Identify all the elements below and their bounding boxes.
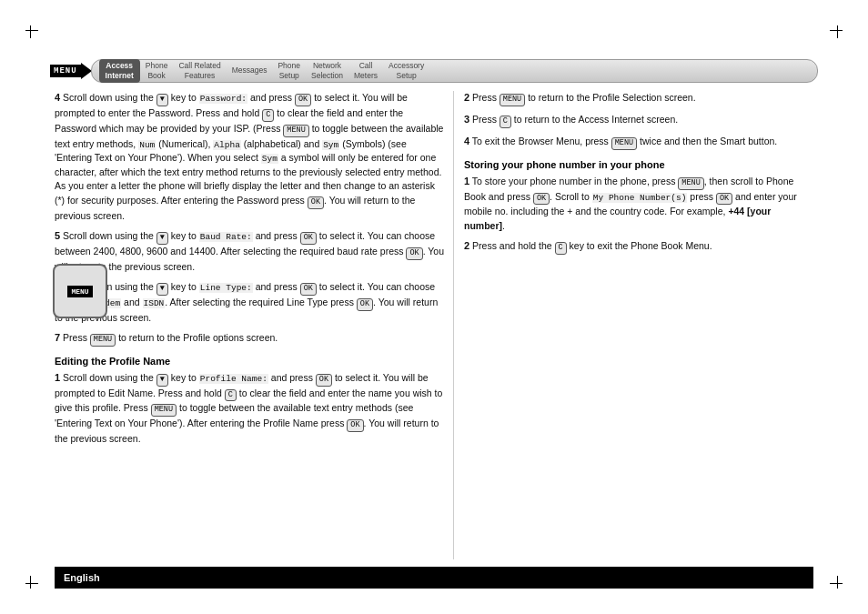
right-section-step-num-1: 1 xyxy=(464,176,469,186)
right-step-3: 3 Press C to return to the Access Intern… xyxy=(464,113,813,128)
linetype-label: Line Type: xyxy=(199,283,253,293)
section-step-num-1: 1 xyxy=(55,372,60,383)
c-btn-4: C xyxy=(262,109,274,122)
left-step-5: 5 Scroll down using the ▼ key to Baud Ra… xyxy=(55,229,446,274)
nav-tab-messages[interactable]: Messages xyxy=(227,65,273,76)
menu-badge: MENU xyxy=(50,65,81,77)
alpha-label: Alpha xyxy=(213,140,241,150)
sym-label: Sym xyxy=(322,140,339,150)
key-icon-s1: ▼ xyxy=(156,374,168,387)
menu-btn-7: MENU xyxy=(90,334,116,347)
ok-btn-4b: OK xyxy=(308,196,324,209)
profilename-label: Profile Name: xyxy=(199,374,268,384)
footer-bar: English xyxy=(55,567,813,589)
nav-tab-accessory-setup[interactable]: AccessorySetup xyxy=(383,60,429,82)
nav-pill: AccessInternet PhoneBook Call RelatedFea… xyxy=(91,59,818,83)
left-step-6: 6 Scroll down using the ▼ key to Line Ty… xyxy=(55,280,446,325)
menu-btn-s1: MENU xyxy=(151,404,177,417)
nav-tab-call-related[interactable]: Call RelatedFeatures xyxy=(173,60,226,82)
example-number: +44 [your number] xyxy=(464,206,771,230)
column-divider xyxy=(453,91,454,559)
nav-tab-phone-setup[interactable]: PhoneSetup xyxy=(272,60,306,82)
ok-btn-5b: OK xyxy=(406,247,422,260)
ok-btn-rs1b: OK xyxy=(716,193,732,206)
right-step-num-3: 3 xyxy=(464,114,469,125)
right-section-step-num-2: 2 xyxy=(464,240,469,251)
password-label: Password: xyxy=(199,94,247,104)
sym-label2: Sym xyxy=(261,154,278,164)
menu-arrow-icon xyxy=(81,63,92,79)
nav-tab-call-meters[interactable]: CallMeters xyxy=(348,60,383,82)
num-label: Num xyxy=(138,140,156,150)
isdn-label: ISDN xyxy=(143,298,166,308)
footer-language: English xyxy=(64,572,100,583)
ok-btn-rs1a: OK xyxy=(533,193,550,206)
right-step-num-4: 4 xyxy=(464,136,469,146)
ok-btn-6a: OK xyxy=(300,283,317,296)
navigation-bar: MENU AccessInternet PhoneBook Call Relat… xyxy=(50,56,818,86)
key-icon-5: ▼ xyxy=(156,232,168,245)
menu-icon-box: MENU xyxy=(53,264,107,318)
left-step-4: 4 Scroll down using the ▼ key to Passwor… xyxy=(55,91,446,223)
left-section-step1: 1 Scroll down using the ▼ key to Profile… xyxy=(55,371,446,447)
ok-btn-4a: OK xyxy=(295,94,311,106)
ok-btn-6b: OK xyxy=(357,298,373,311)
left-step-7: 7 Press MENU to return to the Profile op… xyxy=(55,331,446,347)
step-num-5: 5 xyxy=(55,230,60,241)
nav-tab-access-internet[interactable]: AccessInternet xyxy=(99,59,140,83)
step-num-7: 7 xyxy=(55,332,60,343)
ok-btn-s1a: OK xyxy=(316,374,332,387)
myphonenumber-label: My Phone Number(s) xyxy=(592,193,688,203)
storing-phone-number-heading: Storing your phone number in your phone xyxy=(464,159,813,170)
step-num-4: 4 xyxy=(55,92,60,103)
ok-btn-s1b: OK xyxy=(347,419,363,432)
key-icon-4: ▼ xyxy=(156,94,168,106)
menu-btn-rs1: MENU xyxy=(678,177,703,190)
page-number-area: 48 xyxy=(741,567,813,589)
c-btn-rs2: C xyxy=(555,242,567,255)
editing-profile-heading: Editing the Profile Name xyxy=(55,356,446,367)
menu-btn-r4: MENU xyxy=(611,137,637,150)
right-column: 2 Press MENU to return to the Profile Se… xyxy=(464,91,813,261)
menu-btn-4: MENU xyxy=(283,125,308,137)
right-step-2: 2 Press MENU to return to the Profile Se… xyxy=(464,91,813,106)
key-icon-6: ▼ xyxy=(156,283,168,296)
corner-mark-tr xyxy=(824,25,843,44)
ok-btn-5a: OK xyxy=(300,232,317,245)
c-btn-r3: C xyxy=(500,116,511,128)
right-section-step1: 1 To store your phone number in the phon… xyxy=(464,175,813,233)
nav-tab-network-selection[interactable]: NetworkSelection xyxy=(306,60,348,82)
page-number: 48 xyxy=(798,572,809,583)
right-step-4: 4 To exit the Browser Menu, press MENU t… xyxy=(464,135,813,150)
nav-tab-phone-book[interactable]: PhoneBook xyxy=(140,60,174,82)
corner-mark-tl xyxy=(25,25,44,44)
menu-icon-label: MENU xyxy=(67,286,92,297)
menu-btn-r2: MENU xyxy=(500,94,525,106)
baud-label: Baud Rate: xyxy=(199,232,253,242)
c-btn-s1: C xyxy=(225,389,237,402)
corner-mark-br xyxy=(824,570,843,589)
right-step-num-2: 2 xyxy=(464,92,469,103)
corner-mark-bl xyxy=(25,570,44,589)
left-column: 4 Scroll down using the ▼ key to Passwor… xyxy=(55,91,446,452)
right-section-step2: 2 Press and hold the C key to exit the P… xyxy=(464,239,813,255)
